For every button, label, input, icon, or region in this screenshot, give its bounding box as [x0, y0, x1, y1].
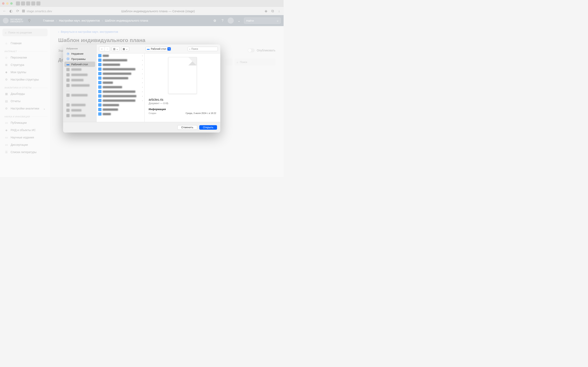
nav-group: ‹ ›: [99, 47, 110, 51]
chevron-right-icon: ›: [142, 91, 143, 93]
sidebar-recents[interactable]: ◷ Недавние: [64, 51, 95, 56]
folder-icon: [98, 67, 102, 71]
clock-icon: ◷: [66, 52, 70, 55]
fav-label: Недавние: [71, 52, 84, 55]
chevron-right-icon: ›: [142, 59, 143, 61]
sidebar-blurred-item[interactable]: [64, 92, 95, 98]
grid-icon: ▦: [123, 48, 125, 50]
nav-back-button[interactable]: ‹: [99, 47, 104, 51]
fav-label: Рабочий стол: [71, 63, 88, 66]
nav-forward-button[interactable]: ›: [104, 47, 110, 51]
dialog-footer: Отменить Открыть: [63, 122, 220, 133]
file-row[interactable]: ›: [96, 89, 144, 94]
file-row[interactable]: [96, 103, 144, 107]
sidebar-blurred-item[interactable]: [64, 83, 95, 88]
file-icon: [98, 103, 102, 107]
sidebar-blurred-item[interactable]: [64, 67, 95, 72]
file-icon: [98, 108, 102, 111]
chevron-right-icon: ›: [142, 68, 143, 70]
file-row[interactable]: ›: [96, 98, 144, 103]
file-row[interactable]: ›: [96, 80, 144, 85]
file-icon: [98, 112, 102, 116]
file-row[interactable]: ›: [96, 85, 144, 89]
chevron-right-icon: ›: [142, 55, 143, 57]
file-list-column[interactable]: › › › › › › › › › › ›: [96, 53, 145, 122]
preview-column: articles.ris Документ — 8 КБ Информация …: [145, 53, 220, 122]
document-preview-icon: [168, 57, 197, 94]
sidebar-blurred-section: ·····: [64, 88, 95, 92]
location-label: Рабочий стол: [151, 48, 166, 50]
folder-icon: ▬: [147, 47, 150, 50]
file-row[interactable]: ›: [96, 71, 144, 76]
group-mode-select[interactable]: ▦⌄: [121, 47, 129, 51]
location-select[interactable]: ▬ Рабочий стол ⇅: [146, 47, 171, 51]
preview-filename: articles.ris: [149, 98, 216, 101]
chevron-down-icon: ⌄: [126, 48, 128, 50]
file-row[interactable]: ›: [96, 53, 144, 58]
dialog-search[interactable]: ⌕ Поиск: [188, 47, 218, 51]
preview-info-header: Информация: [149, 108, 216, 111]
fav-label: Программы: [71, 58, 86, 60]
dropdown-icon: ⇅: [167, 47, 171, 50]
file-row[interactable]: ›: [96, 67, 144, 71]
search-placeholder: Поиск: [191, 48, 198, 50]
folder-icon: [98, 76, 102, 80]
sidebar-applications[interactable]: Ⓐ Программы: [64, 56, 95, 62]
file-row[interactable]: ›: [96, 76, 144, 80]
folder-icon: [98, 94, 102, 98]
file-row[interactable]: [96, 107, 144, 112]
preview-meta: Документ — 8 КБ: [149, 102, 216, 105]
chevron-right-icon: ›: [142, 100, 143, 102]
dialog-toolbar: ‹ › ▥⌄ ▦⌄ ▬ Рабочий стол ⇅ ⌕ Поиск: [96, 44, 220, 53]
folder-icon: [98, 81, 102, 84]
sidebar-blurred-item[interactable]: [64, 113, 95, 118]
folder-icon: [98, 85, 102, 89]
dialog-sidebar: Избранное ◷ Недавние Ⓐ Программы ▬ Рабоч…: [63, 44, 96, 122]
view-mode-select[interactable]: ▥⌄: [112, 47, 120, 51]
sidebar-blurred-item[interactable]: [64, 108, 95, 113]
chevron-right-icon: ›: [142, 86, 143, 88]
folder-icon: ▬: [66, 63, 70, 66]
cancel-button[interactable]: Отменить: [177, 125, 197, 130]
file-row[interactable]: [96, 112, 144, 116]
applications-icon: Ⓐ: [66, 57, 70, 60]
open-button[interactable]: Открыть: [199, 125, 217, 130]
folder-icon: [98, 58, 102, 62]
sidebar-blurred-item[interactable]: [64, 102, 95, 108]
file-row[interactable]: ›: [96, 94, 144, 98]
chevron-right-icon: ›: [142, 82, 143, 84]
file-open-dialog[interactable]: Избранное ◷ Недавние Ⓐ Программы ▬ Рабоч…: [63, 44, 220, 133]
sidebar-blurred-item[interactable]: [64, 72, 95, 77]
sidebar-blurred-section: ····: [64, 98, 95, 102]
chevron-right-icon: ›: [142, 64, 143, 66]
file-row[interactable]: ›: [96, 58, 144, 62]
file-row[interactable]: ›: [96, 62, 144, 67]
created-value: Среда, 3 июля 2024 г. в 18:22: [186, 112, 216, 114]
search-icon: ⌕: [189, 48, 190, 50]
folder-icon: [98, 90, 102, 93]
folder-icon: [98, 54, 102, 57]
columns-icon: ▥: [113, 48, 115, 50]
created-label: Создан: [149, 112, 156, 114]
chevron-down-icon: ⌄: [116, 48, 118, 50]
sidebar-desktop[interactable]: ▬ Рабочий стол: [64, 62, 95, 67]
chevron-right-icon: ›: [142, 95, 143, 97]
chevron-right-icon: ›: [142, 77, 143, 79]
folder-icon: [98, 72, 102, 75]
sidebar-blurred-item[interactable]: [64, 77, 95, 83]
chevron-right-icon: ›: [142, 73, 143, 75]
favorites-header: Избранное: [64, 47, 95, 50]
folder-icon: [98, 63, 102, 66]
folder-icon: [98, 99, 102, 102]
